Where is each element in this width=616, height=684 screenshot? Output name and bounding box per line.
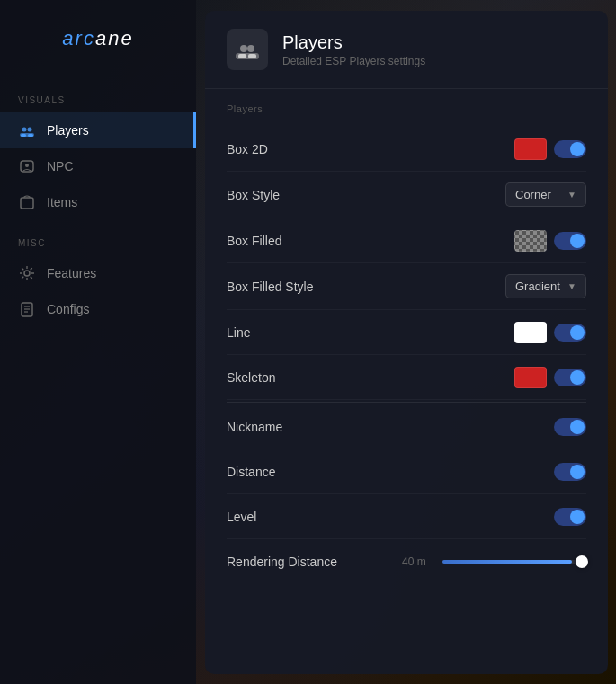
- rendering-distance-slider[interactable]: [442, 560, 586, 564]
- panel-header: Players Detailed ESP Players settings: [205, 11, 608, 89]
- separator: [227, 402, 586, 403]
- distance-label: Distance: [227, 465, 275, 479]
- rendering-distance-controls: 40 m: [402, 555, 586, 568]
- line-controls: [514, 322, 586, 343]
- logo: arcane: [0, 18, 196, 59]
- sidebar-items-label: Items: [47, 195, 77, 209]
- distance-controls: [554, 463, 586, 481]
- svg-rect-17: [248, 54, 256, 58]
- line-toggle[interactable]: [554, 324, 586, 342]
- sidebar-item-features[interactable]: Features: [0, 255, 196, 291]
- box2d-label: Box 2D: [227, 142, 268, 156]
- panel-header-text: Players Detailed ESP Players settings: [282, 32, 425, 67]
- box-style-dropdown-value: Corner: [515, 188, 551, 201]
- sidebar-configs-label: Configs: [47, 302, 89, 316]
- nickname-label: Nickname: [227, 420, 282, 434]
- box-style-dropdown-arrow: ▼: [567, 190, 576, 200]
- box-filled-style-row: Box Filled Style Gradient ▼: [227, 263, 586, 310]
- svg-point-2: [28, 128, 32, 132]
- sidebar-item-items[interactable]: Items: [0, 184, 196, 220]
- svg-point-15: [247, 45, 254, 52]
- box-filled-controls: [514, 230, 586, 252]
- box-filled-style-dropdown-value: Gradient: [515, 280, 560, 293]
- box-filled-label: Box Filled: [227, 234, 281, 248]
- box-style-row: Box Style Corner ▼: [227, 172, 586, 218]
- box2d-controls: [514, 138, 586, 160]
- box-filled-row: Box Filled: [227, 218, 586, 263]
- panel-title: Players: [282, 32, 425, 53]
- nickname-row: Nickname: [227, 404, 586, 449]
- box-style-dropdown[interactable]: Corner ▼: [505, 182, 586, 207]
- box-filled-style-label: Box Filled Style: [227, 280, 313, 294]
- line-label: Line: [227, 325, 250, 340]
- skeleton-row: Skeleton: [227, 355, 586, 400]
- level-row: Level: [227, 494, 586, 539]
- sidebar-item-configs[interactable]: Configs: [0, 291, 196, 327]
- panel-header-icon: [227, 29, 268, 70]
- box-filled-style-dropdown-arrow: ▼: [567, 281, 576, 291]
- panel-subtitle: Detailed ESP Players settings: [282, 55, 425, 67]
- distance-row: Distance: [227, 449, 586, 494]
- rendering-distance-value: 40 m: [402, 555, 433, 568]
- items-icon: [18, 193, 36, 211]
- box2d-color-swatch[interactable]: [514, 138, 547, 160]
- rendering-distance-fill: [442, 560, 572, 564]
- box-filled-style-controls: Gradient ▼: [505, 274, 586, 298]
- level-toggle[interactable]: [554, 508, 586, 526]
- line-row: Line: [227, 310, 586, 355]
- level-controls: [554, 508, 586, 526]
- features-icon: [18, 264, 36, 282]
- svg-point-1: [22, 128, 27, 132]
- sidebar-item-players[interactable]: Players: [0, 112, 196, 148]
- svg-rect-16: [238, 54, 246, 58]
- sidebar-players-label: Players: [47, 123, 89, 138]
- box-filled-style-dropdown[interactable]: Gradient ▼: [505, 274, 586, 298]
- sidebar-features-label: Features: [47, 266, 96, 280]
- npc-icon: [18, 157, 36, 175]
- rendering-distance-row: Rendering Distance 40 m: [227, 539, 586, 584]
- svg-rect-7: [21, 198, 33, 209]
- skeleton-controls: [514, 367, 586, 388]
- skeleton-label: Skeleton: [227, 370, 275, 385]
- box-filled-toggle[interactable]: [554, 232, 586, 250]
- sidebar-npc-label: NPC: [47, 159, 74, 173]
- svg-rect-4: [28, 134, 33, 137]
- players-icon: [18, 121, 36, 139]
- visuals-section-label: VISUALS: [0, 95, 196, 105]
- rendering-distance-label: Rendering Distance: [227, 555, 337, 569]
- nickname-controls: [554, 418, 586, 436]
- nickname-toggle[interactable]: [554, 418, 586, 436]
- skeleton-color-swatch[interactable]: [514, 367, 547, 388]
- skeleton-toggle[interactable]: [554, 369, 586, 386]
- distance-toggle[interactable]: [554, 463, 586, 481]
- svg-rect-3: [21, 134, 26, 137]
- logo-ane: ane: [95, 27, 134, 49]
- level-label: Level: [227, 510, 256, 524]
- logo-arc: arc: [62, 27, 95, 49]
- misc-section-label: MISC: [0, 238, 196, 248]
- rendering-distance-slider-container: 40 m: [402, 555, 586, 568]
- rendering-distance-thumb: [576, 555, 588, 568]
- content-section-label: Players: [227, 103, 586, 114]
- main-panel: Players Detailed ESP Players settings Pl…: [205, 11, 608, 674]
- svg-point-6: [25, 164, 29, 167]
- sidebar: arcane VISUALS Players NPC: [0, 0, 196, 684]
- panel-content: Players Box 2D Box Style Corner ▼ Box Fi…: [205, 89, 608, 674]
- svg-point-8: [24, 271, 30, 276]
- box-filled-color-swatch[interactable]: [514, 230, 547, 252]
- svg-point-14: [240, 45, 247, 52]
- box-style-controls: Corner ▼: [505, 182, 586, 207]
- box2d-row: Box 2D: [227, 127, 586, 172]
- line-color-swatch[interactable]: [514, 322, 547, 343]
- box2d-toggle[interactable]: [554, 140, 586, 158]
- box-style-label: Box Style: [227, 188, 280, 202]
- configs-icon: [18, 300, 36, 318]
- sidebar-item-npc[interactable]: NPC: [0, 148, 196, 184]
